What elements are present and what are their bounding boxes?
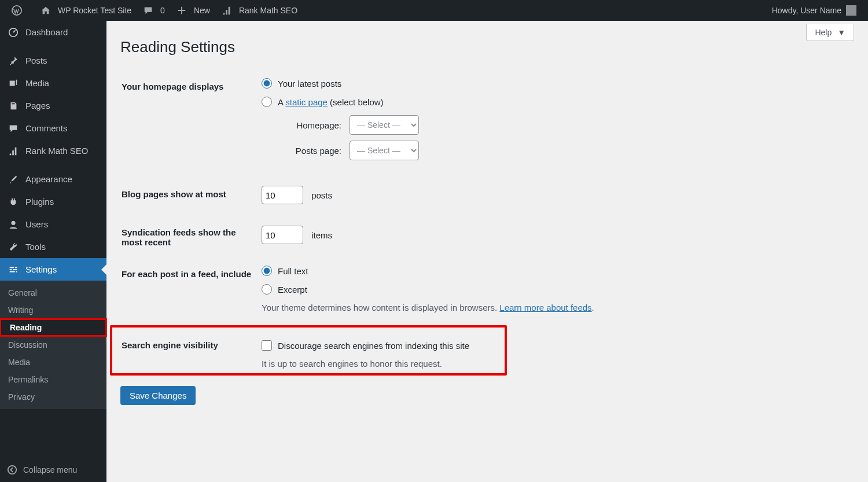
wp-logo[interactable] (6, 0, 35, 21)
feed-include-heading: For each post in a feed, include (122, 259, 260, 324)
search-visibility-heading: Search engine visibility (122, 337, 260, 369)
search-visibility-note: It is up to search engines to honor this… (262, 359, 495, 369)
wordpress-icon (12, 5, 25, 16)
plus-icon (176, 5, 190, 16)
menu-item-dashboard[interactable]: Dashboard (0, 21, 106, 43)
chart-icon (222, 5, 236, 16)
content-area: Help ▼ Reading Settings Your homepage di… (106, 21, 868, 482)
radio-excerpt[interactable] (262, 284, 272, 295)
learn-more-feeds-link[interactable]: Learn more about feeds (499, 303, 591, 312)
collapse-icon (7, 465, 17, 475)
homepage-select[interactable]: — Select — (350, 115, 419, 135)
collapse-menu-button[interactable]: Collapse menu (0, 458, 106, 482)
new-content-link[interactable]: New (171, 0, 216, 21)
new-label: New (194, 6, 210, 15)
menu-item-appearance[interactable]: Appearance (0, 168, 106, 190)
radio-latest-posts-label[interactable]: Your latest posts (278, 79, 341, 89)
site-name-link[interactable]: WP Rocket Test Site (35, 0, 137, 21)
svg-point-3 (8, 466, 16, 474)
submenu-writing[interactable]: Writing (0, 301, 106, 319)
posts-suffix: posts (311, 190, 332, 200)
menu-item-settings[interactable]: Settings (0, 258, 106, 281)
submenu-permalinks[interactable]: Permalinks (0, 371, 106, 388)
chevron-down-icon: ▼ (837, 28, 845, 37)
blog-pages-heading: Blog pages show at most (122, 179, 260, 216)
admin-menu: Dashboard Posts Media Pages Comments Ran… (0, 21, 106, 482)
submenu-reading[interactable]: Reading (0, 319, 106, 336)
collapse-label: Collapse menu (23, 465, 77, 474)
items-suffix: items (311, 230, 332, 240)
admin-bar: WP Rocket Test Site 0 New Rank Math SEO … (0, 0, 868, 21)
submenu-media[interactable]: Media (0, 354, 106, 371)
radio-full-text[interactable] (262, 266, 272, 276)
search-visibility-highlight: Search engine visibility Discourage sear… (110, 325, 507, 376)
menu-item-users[interactable]: Users (0, 213, 106, 236)
sliders-icon (7, 264, 20, 275)
rankmath-link[interactable]: Rank Math SEO (216, 0, 303, 21)
posts-per-page-input[interactable] (262, 186, 303, 204)
menu-item-comments[interactable]: Comments (0, 117, 106, 139)
svg-point-2 (11, 221, 15, 225)
menu-label: Rank Math SEO (25, 146, 88, 156)
howdy-text: Howdy, User Name (772, 6, 841, 15)
menu-item-plugins[interactable]: Plugins (0, 190, 106, 213)
chart-icon (7, 145, 20, 156)
postspage-select[interactable]: — Select — (350, 141, 419, 160)
dashboard-icon (7, 27, 20, 38)
menu-item-posts[interactable]: Posts (0, 49, 106, 72)
postspage-select-label: Posts page: (278, 146, 341, 156)
menu-item-pages[interactable]: Pages (0, 94, 106, 117)
menu-item-rankmath[interactable]: Rank Math SEO (0, 139, 106, 162)
radio-static-page-label[interactable]: A static page (select below) (278, 97, 384, 107)
syndication-heading: Syndication feeds show the most recent (122, 217, 260, 257)
submenu-discussion[interactable]: Discussion (0, 336, 106, 354)
static-page-link[interactable]: static page (285, 97, 328, 107)
site-name-text: WP Rocket Test Site (58, 6, 131, 15)
menu-item-tools[interactable]: Tools (0, 236, 106, 258)
page-title: Reading Settings (120, 38, 854, 56)
radio-full-text-label[interactable]: Full text (278, 266, 308, 276)
brush-icon (7, 174, 20, 185)
save-changes-button[interactable]: Save Changes (120, 386, 196, 405)
menu-label: Pages (25, 101, 50, 111)
menu-label: Appearance (25, 174, 72, 184)
homepage-select-label: Homepage: (278, 120, 341, 130)
radio-excerpt-label[interactable]: Excerpt (278, 285, 307, 295)
comment-icon (143, 5, 157, 16)
menu-label: Plugins (25, 197, 54, 207)
avatar (846, 5, 856, 16)
help-label: Help (815, 28, 832, 37)
menu-item-media[interactable]: Media (0, 72, 106, 94)
posts-per-rss-input[interactable] (262, 226, 303, 244)
my-account-link[interactable]: Howdy, User Name (766, 0, 862, 21)
homepage-displays-heading: Your homepage displays (122, 71, 260, 178)
menu-label: Media (25, 78, 49, 88)
radio-static-page[interactable] (262, 97, 272, 107)
plug-icon (7, 196, 20, 207)
menu-label: Users (25, 219, 48, 229)
help-tab[interactable]: Help ▼ (806, 24, 854, 41)
menu-label: Dashboard (25, 27, 68, 37)
discourage-label[interactable]: Discourage search engines from indexing … (278, 341, 469, 351)
comments-link[interactable]: 0 (137, 0, 171, 21)
user-icon (7, 219, 20, 230)
pages-icon (7, 100, 20, 111)
menu-label: Comments (25, 123, 68, 133)
pin-icon (7, 55, 20, 66)
settings-submenu: General Writing Reading Discussion Media… (0, 281, 106, 409)
wrench-icon (7, 241, 20, 252)
feed-description: Your theme determines how content is dis… (262, 303, 853, 312)
radio-latest-posts[interactable] (262, 78, 272, 89)
comments-count: 0 (160, 6, 165, 15)
menu-label: Settings (25, 264, 57, 274)
submenu-privacy[interactable]: Privacy (0, 388, 106, 406)
home-icon (41, 5, 54, 16)
media-icon (7, 78, 20, 89)
discourage-checkbox[interactable] (262, 340, 272, 351)
submenu-general[interactable]: General (0, 284, 106, 301)
menu-label: Posts (25, 56, 47, 65)
rankmath-label: Rank Math SEO (239, 6, 297, 15)
menu-label: Tools (25, 242, 46, 252)
comment-icon (7, 123, 20, 134)
